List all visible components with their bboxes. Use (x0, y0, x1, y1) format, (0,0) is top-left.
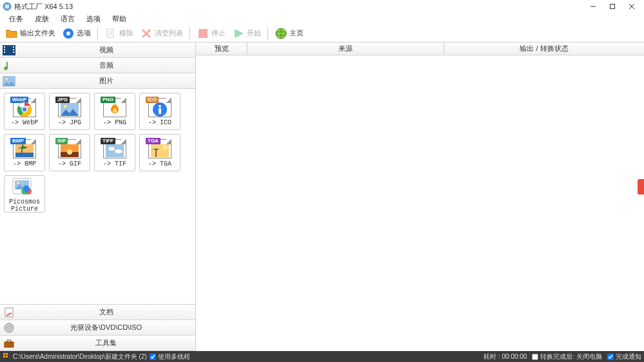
menu-task[interactable]: 任务 (4, 14, 28, 24)
format-thumb: TGA (148, 139, 171, 158)
format-tile-gif[interactable]: GIF-> GIF (49, 134, 90, 171)
window-controls (583, 0, 641, 13)
format-tile-bmp[interactable]: BMP-> BMP (4, 134, 45, 171)
video-icon (1, 44, 17, 57)
svg-point-38 (67, 149, 72, 155)
format-label: -> GIF (58, 160, 81, 167)
header-source[interactable]: 来源 (248, 43, 444, 55)
multithread-checkbox[interactable] (150, 354, 156, 360)
svg-point-49 (23, 186, 30, 192)
minimize-button[interactable] (583, 0, 603, 13)
notify-checkbox[interactable] (607, 354, 614, 360)
title-bar: 格式工厂 X64 5.13 (0, 0, 644, 13)
svg-rect-58 (6, 356, 8, 357)
format-label: -> ICO (148, 119, 171, 126)
format-tile-tif[interactable]: TIFF-> TIF (94, 134, 135, 171)
remove-button[interactable]: 移除 (102, 26, 136, 41)
category-audio[interactable]: 音频 (0, 58, 195, 73)
svg-point-40 (108, 147, 115, 151)
format-grid: WebP-> WebPJPG-> JPGPNG-> PNGICO-> ICOBM… (0, 89, 195, 304)
output-path[interactable]: C:\Users\Administrator\Desktop\新建文件夹 (2) (13, 352, 147, 361)
elapsed-time: 耗时 : 00:00:00 (483, 352, 527, 361)
format-tile-picosmos[interactable]: Picosmos Picture (4, 175, 45, 213)
svg-point-41 (115, 149, 122, 153)
right-panel: 预览 来源 输出 / 转换状态 (196, 43, 644, 351)
svg-point-46 (17, 182, 19, 184)
clear-list-button[interactable]: 清空列表 (137, 26, 186, 41)
format-label: -> WebP (11, 119, 38, 126)
format-tile-png[interactable]: PNG-> PNG (94, 93, 135, 130)
format-label: -> TGA (148, 160, 171, 167)
svg-rect-53 (5, 342, 14, 347)
svg-point-52 (8, 327, 10, 329)
format-thumb: GIF (58, 139, 81, 158)
category-optical[interactable]: 光驱设备\DVD\CD\ISO (0, 320, 195, 336)
shutdown-check[interactable]: 转换完成后: 关闭电脑 (532, 352, 602, 361)
multithread-check[interactable]: 使用多线程 (150, 352, 190, 361)
toolbar-label: 选项 (77, 28, 91, 38)
svg-rect-21 (13, 46, 14, 48)
format-thumb: WebP (13, 98, 36, 117)
header-preview[interactable]: 预览 (196, 43, 248, 55)
multithread-label: 使用多线程 (158, 352, 190, 361)
svg-rect-54 (7, 340, 11, 342)
bottom-categories: 文档 光驱设备\DVD\CD\ISO 工具集 (0, 304, 195, 351)
shutdown-checkbox[interactable] (532, 354, 538, 360)
format-thumb: JPG (58, 98, 81, 117)
play-icon (232, 27, 245, 40)
clear-icon (140, 27, 153, 40)
header-output[interactable]: 输出 / 转换状态 (444, 43, 644, 55)
waffle-icon[interactable] (3, 352, 10, 361)
stop-icon (197, 27, 210, 40)
left-panel: 视频 音频 图片 WebP-> WebPJPG-> JPGPNG-> PNGIC… (0, 43, 196, 351)
format-tile-webp[interactable]: WebP-> WebP (4, 93, 45, 130)
remove-icon (104, 27, 117, 40)
stop-button[interactable]: 停止 (194, 26, 228, 41)
category-label: 图片 (17, 76, 195, 86)
svg-rect-1 (5, 5, 9, 8)
category-label: 光驱设备\DVD\CD\ISO (17, 323, 195, 332)
menu-skin[interactable]: 皮肤 (30, 14, 54, 24)
start-button[interactable]: 开始 (229, 26, 264, 41)
toolbar-label: 停止 (211, 28, 226, 38)
svg-rect-22 (13, 49, 14, 50)
disc-icon (1, 321, 17, 334)
output-folder-button[interactable]: 输出文件夹 (3, 26, 58, 41)
format-tile-jpg[interactable]: JPG-> JPG (49, 93, 90, 130)
menu-options[interactable]: 选项 (81, 14, 106, 24)
svg-point-28 (22, 107, 27, 112)
svg-rect-13 (199, 29, 208, 38)
side-tab[interactable] (638, 179, 644, 195)
svg-point-32 (159, 105, 161, 108)
svg-rect-57 (3, 356, 5, 357)
category-label: 工具集 (17, 338, 195, 348)
maximize-button[interactable] (603, 0, 622, 13)
options-button[interactable]: 选项 (59, 26, 93, 41)
window-title: 格式工厂 X64 5.13 (14, 2, 583, 12)
task-list[interactable] (196, 55, 644, 351)
svg-rect-8 (107, 29, 113, 37)
format-tile-ico[interactable]: ICO-> ICO (139, 93, 181, 130)
svg-rect-33 (159, 108, 161, 114)
category-label: 视频 (17, 45, 195, 55)
category-document[interactable]: 文档 (0, 305, 195, 320)
category-video[interactable]: 视频 (0, 43, 195, 58)
format-label: -> PNG (103, 119, 126, 126)
category-image[interactable]: 图片 (0, 73, 195, 89)
toolbar-label: 开始 (247, 28, 261, 38)
home-button[interactable]: 主页 (272, 26, 306, 41)
svg-point-25 (5, 78, 8, 81)
format-thumb: PNG (103, 98, 126, 117)
toolbar-label: 移除 (119, 28, 133, 38)
format-label: -> BMP (13, 160, 36, 167)
notify-check[interactable]: 完成通知 (607, 352, 641, 361)
close-button[interactable] (622, 0, 641, 13)
menu-language[interactable]: 语言 (55, 14, 80, 24)
category-toolbox[interactable]: 工具集 (0, 336, 195, 351)
format-label: -> JPG (58, 119, 81, 126)
format-tile-tga[interactable]: TGA-> TGA (139, 134, 181, 171)
svg-rect-19 (4, 49, 5, 50)
menu-help[interactable]: 帮助 (107, 14, 132, 24)
svg-rect-3 (610, 5, 615, 9)
toolbar: 输出文件夹 选项 移除 清空列表 停止 开始 主页 (0, 24, 644, 43)
